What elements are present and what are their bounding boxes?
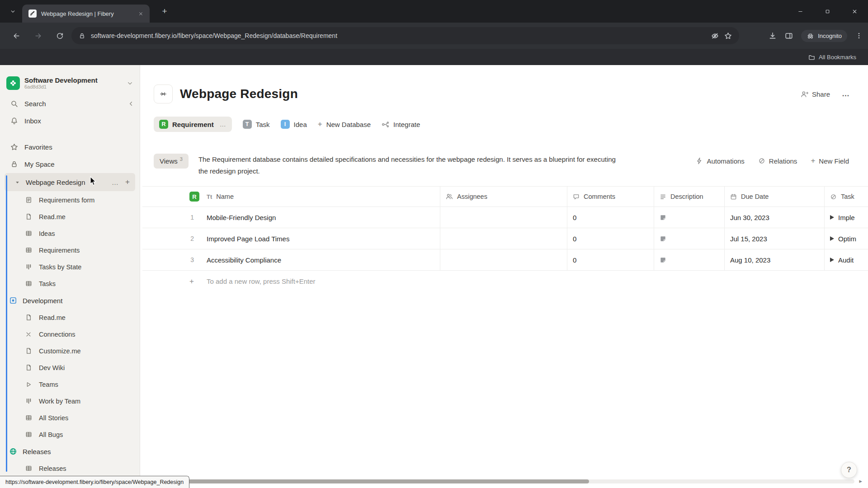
tab-list-chevron-icon[interactable] [10,9,16,14]
sidebar-item-work-by-team[interactable]: Work by Team [0,393,140,409]
side-panel-icon[interactable] [785,32,793,40]
description-cell[interactable] [654,207,724,228]
relation-icon [758,157,765,164]
caret-down-icon[interactable] [14,179,20,185]
sidebar-item-tasks[interactable]: Tasks [0,275,140,292]
due-date-cell[interactable]: Jul 15, 2023 [724,228,824,249]
comments-cell[interactable]: 0 [567,228,654,249]
column-header-description[interactable]: Description [654,186,724,207]
task-cell[interactable]: Optim [824,228,868,249]
task-cell[interactable]: Audit [824,249,868,271]
database-more-icon[interactable]: … [220,121,226,128]
bookmark-star-icon[interactable] [724,32,732,40]
workspace-switcher[interactable]: Software Development 6ad8d3d1 [0,71,140,95]
task-link: Imple [838,214,855,221]
database-tab-task[interactable]: T Task [243,120,270,129]
description-cell[interactable] [654,249,724,271]
help-button[interactable]: ? [841,462,857,478]
name-cell[interactable]: Accessibility Compliance [206,249,440,271]
sidebar-label: All Stories [39,414,68,422]
sidebar-label: Inbox [24,117,41,125]
database-tab-idea[interactable]: I Idea [281,120,307,129]
space-label: Development [23,297,62,305]
row-number[interactable]: 2 [142,228,206,249]
row-number[interactable]: 1 [142,207,206,228]
column-header-task[interactable]: Task [824,186,868,207]
assignees-cell[interactable] [440,249,567,271]
sidebar-item-customize-me[interactable]: Customize.me [0,343,140,359]
page-more-button[interactable]: … [842,89,850,99]
assignees-cell[interactable] [440,207,567,228]
sidebar-item-all-stories[interactable]: All Stories [0,409,140,426]
chevron-down-icon[interactable] [127,80,133,87]
downloads-icon[interactable] [769,32,777,40]
sidebar-item-teams[interactable]: Teams [0,376,140,393]
new-database-button[interactable]: + New Database [318,120,371,129]
scroll-right-icon[interactable]: ▸ [859,478,862,484]
sidebar-item-readme-1[interactable]: Read.me [0,208,140,225]
add-row-button[interactable]: + [142,271,206,292]
column-header-assignees[interactable]: Assignees [440,186,567,207]
space-add-icon[interactable]: + [125,178,130,187]
forward-button[interactable] [29,27,47,45]
views-button[interactable]: Views 3 [154,154,189,169]
assignees-cell[interactable] [440,228,567,249]
workspace-code: 6ad8d3d1 [24,84,98,90]
automations-button[interactable]: Automations [696,157,744,165]
sidebar-item-requirements[interactable]: Requirements [0,242,140,258]
column-header-comments[interactable]: Comments [567,186,654,207]
new-field-button[interactable]: + New Field [811,156,849,165]
sidebar-label: Tasks by State [39,263,81,271]
reload-button[interactable] [51,27,69,45]
browser-tab[interactable]: Webpage Redesign | Fibery [22,5,150,23]
database-tab-requirement[interactable]: R Requirement … [154,117,232,132]
new-tab-button[interactable]: + [159,6,170,17]
column-header-due-date[interactable]: Due Date [724,186,824,207]
sidebar-item-requirements-form[interactable]: Requirements form [0,192,140,208]
url-bar[interactable]: software-development.fibery.io/fibery/sp… [71,27,739,44]
name-cell[interactable]: Mobile-Friendly Design [206,207,440,228]
sidebar-space-webpage-redesign[interactable]: Webpage Redesign … + [5,173,135,191]
sidebar-item-releases[interactable]: Releases [0,460,140,477]
collapse-sidebar-icon[interactable] [127,100,134,107]
comments-cell[interactable]: 0 [567,249,654,271]
maximize-button[interactable] [814,0,841,23]
share-button[interactable]: Share [801,90,830,98]
comments-cell[interactable]: 0 [567,207,654,228]
eye-off-icon[interactable] [711,32,719,40]
relations-button[interactable]: Relations [758,157,797,165]
scrollbar-thumb[interactable] [142,479,589,483]
sidebar-item-connections[interactable]: Connections [0,326,140,343]
tab-close-button[interactable] [136,9,145,18]
space-more-icon[interactable]: … [112,178,119,186]
sidebar-item-ideas[interactable]: Ideas [0,225,140,242]
sidebar-space-releases[interactable]: Releases [0,443,140,460]
all-bookmarks-button[interactable]: All Bookmarks [819,54,856,61]
add-row-hint[interactable]: To add a new row, press Shift+Enter [206,271,868,292]
back-button[interactable] [7,27,25,45]
browser-menu-icon[interactable] [855,32,863,39]
collapse-panel-button[interactable] [154,84,173,103]
sidebar-item-readme-2[interactable]: Read.me [0,309,140,326]
name-cell[interactable]: Improved Page Load Times [206,228,440,249]
horizontal-scrollbar[interactable]: ▸ [142,479,854,483]
sidebar-label: Search [24,100,46,108]
close-window-button[interactable] [841,0,868,23]
minimize-button[interactable] [787,0,814,23]
integrate-button[interactable]: Integrate [382,121,420,128]
sidebar-item-search[interactable]: Search [0,95,140,112]
column-header-name[interactable]: Tt Name [206,186,440,207]
task-cell[interactable]: Imple [824,207,868,228]
due-date-cell[interactable]: Aug 10, 2023 [724,249,824,271]
row-number[interactable]: 3 [142,249,206,271]
sidebar-item-tasks-by-state[interactable]: Tasks by State [0,258,140,275]
table-icon [25,465,32,472]
sidebar-item-my-space[interactable]: My Space [0,155,140,173]
sidebar-item-dev-wiki[interactable]: Dev Wiki [0,359,140,376]
sidebar-space-development[interactable]: Development [0,292,140,309]
sidebar-item-inbox[interactable]: Inbox [0,112,140,129]
sidebar-item-favorites[interactable]: Favorites [0,138,140,155]
due-date-cell[interactable]: Jun 30, 2023 [724,207,824,228]
sidebar-item-all-bugs[interactable]: All Bugs [0,426,140,443]
description-cell[interactable] [654,228,724,249]
